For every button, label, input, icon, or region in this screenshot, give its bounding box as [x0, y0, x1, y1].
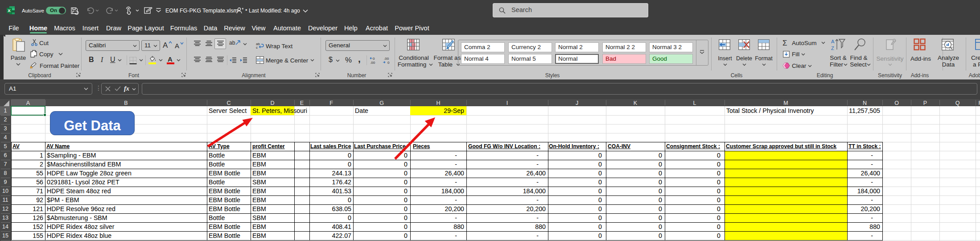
svg-text:Z: Z	[831, 46, 834, 50]
svg-text:0: 0	[387, 61, 390, 64]
svg-text:.00: .00	[384, 57, 389, 61]
svg-text:.00: .00	[370, 61, 375, 64]
svg-text:c: c	[256, 46, 258, 49]
svg-text:X: X	[8, 8, 11, 13]
svg-text:0: 0	[373, 57, 375, 61]
svg-text:A: A	[831, 39, 835, 44]
